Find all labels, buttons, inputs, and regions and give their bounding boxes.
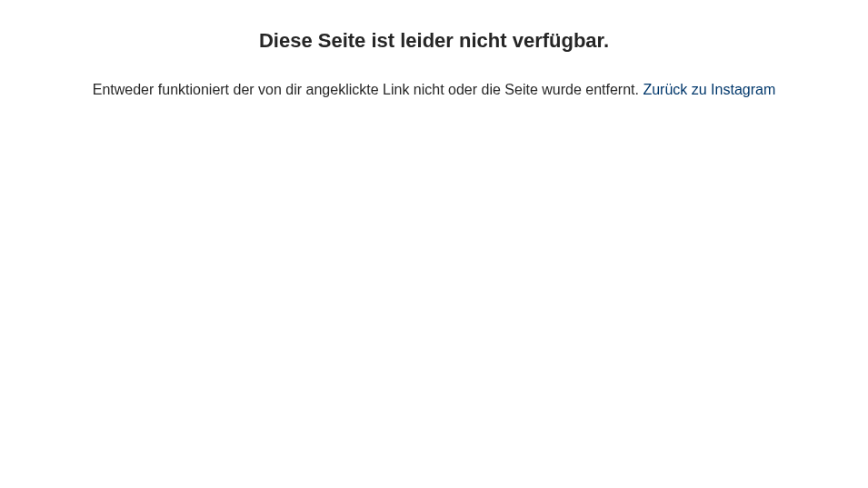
back-to-instagram-link[interactable]: Zurück zu Instagram <box>643 82 775 97</box>
error-page-container: Diese Seite ist leider nicht verfügbar. … <box>0 0 868 98</box>
error-title: Diese Seite ist leider nicht verfügbar. <box>0 29 868 53</box>
error-message: Entweder funktioniert der von dir angekl… <box>0 82 868 98</box>
error-message-text: Entweder funktioniert der von dir angekl… <box>93 82 644 97</box>
